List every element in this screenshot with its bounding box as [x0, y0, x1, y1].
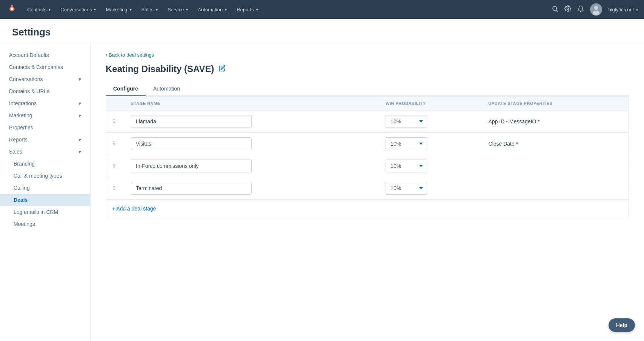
stage-property-visitas: Close Date *: [489, 141, 518, 147]
settings-title: Settings: [12, 26, 632, 38]
nav-items: Contacts ▾ Conversations ▾ Marketing ▾ S…: [23, 0, 550, 19]
table-row: ⠿ 10%20%30%: [106, 155, 629, 177]
nav-service[interactable]: Service ▾: [163, 0, 192, 19]
update-prop-cell-visitas: Close Date *: [483, 133, 629, 155]
tab-configure[interactable]: Configure: [106, 82, 146, 96]
drag-handle-icon[interactable]: ⠿: [112, 163, 119, 169]
svg-point-8: [594, 6, 598, 10]
drag-handle-cell: ⠿: [106, 177, 125, 200]
tab-automation[interactable]: Automation: [146, 82, 188, 96]
col-win-probability: WIN PROBABILITY: [380, 97, 482, 111]
chevron-down-icon: ▾: [225, 8, 227, 12]
stage-name-cell-llamada: [125, 111, 380, 133]
col-stage-name: [106, 97, 125, 111]
table-row: ⠿ 10%20%30%40%50% Close Date *: [106, 133, 629, 155]
svg-line-5: [556, 10, 558, 11]
sidebar-item-properties[interactable]: Properties: [0, 121, 90, 134]
drag-handle-cell: ⠿: [106, 133, 125, 155]
chevron-left-icon: ‹: [106, 52, 107, 58]
win-prob-select-inforce[interactable]: 10%20%30%: [386, 160, 427, 172]
col-update-stage-properties: UPDATE STAGE PROPERTIES: [483, 97, 629, 111]
sidebar-item-account-defaults[interactable]: Account Defaults: [0, 49, 90, 61]
chevron-down-icon: ▾: [78, 100, 81, 106]
stage-name-input-inforce[interactable]: [131, 160, 252, 172]
svg-point-1: [11, 8, 13, 10]
chevron-down-icon: ▾: [156, 8, 158, 12]
sidebar-item-calling[interactable]: Calling: [0, 182, 90, 194]
avatar[interactable]: [590, 3, 602, 15]
nav-marketing[interactable]: Marketing ▾: [101, 0, 136, 19]
svg-rect-2: [9, 9, 11, 9]
content-area: ‹ Back to deal settings Keating Disabili…: [91, 43, 644, 341]
sidebar-item-marketing[interactable]: Marketing ▾: [0, 109, 90, 121]
chevron-down-icon: ▾: [186, 8, 188, 12]
stage-name-cell-inforce: [125, 155, 380, 177]
stage-name-input-terminated[interactable]: [131, 182, 252, 195]
stage-property-llamada: App ID - MessageIO *: [489, 118, 540, 124]
nav-contacts[interactable]: Contacts ▾: [23, 0, 55, 19]
edit-icon[interactable]: [219, 65, 226, 73]
table-body: ⠿ 10%20%30%40%50%60%70%80%90%100% App ID…: [106, 111, 629, 200]
sidebar-item-conversations[interactable]: Conversations ▾: [0, 73, 90, 85]
win-prob-cell-terminated: 10%20%30%: [380, 177, 482, 200]
gear-icon[interactable]: [564, 5, 571, 14]
sidebar-item-log-emails[interactable]: Log emails in CRM: [0, 206, 90, 218]
drag-handle-cell: ⠿: [106, 111, 125, 133]
chevron-down-icon: ▾: [49, 8, 51, 12]
update-prop-cell-inforce: [483, 155, 629, 177]
chevron-down-icon: ▾: [78, 112, 81, 118]
win-prob-select-llamada[interactable]: 10%20%30%40%50%60%70%80%90%100%: [386, 115, 427, 128]
sidebar-item-reports[interactable]: Reports ▾: [0, 134, 90, 146]
table-row: ⠿ 10%20%30%: [106, 177, 629, 200]
sidebar-item-contacts-companies[interactable]: Contacts & Companies: [0, 61, 90, 73]
drag-handle-icon[interactable]: ⠿: [112, 118, 119, 124]
chevron-down-icon: ▾: [636, 8, 638, 12]
stage-name-input-visitas[interactable]: [131, 137, 252, 150]
drag-handle-icon[interactable]: ⠿: [112, 185, 119, 191]
chevron-down-icon: ▾: [130, 8, 132, 12]
bell-icon[interactable]: [577, 5, 584, 14]
nav-conversations[interactable]: Conversations ▾: [56, 0, 100, 19]
nav-sales[interactable]: Sales ▾: [137, 0, 163, 19]
search-icon[interactable]: [552, 5, 558, 14]
stage-name-cell-terminated: [125, 177, 380, 200]
drag-handle-icon[interactable]: ⠿: [112, 141, 119, 147]
sidebar-item-sales[interactable]: Sales ▾: [0, 146, 90, 158]
nav-right: biglytics.net ▾: [552, 3, 638, 15]
top-nav: Contacts ▾ Conversations ▾ Marketing ▾ S…: [0, 0, 644, 19]
stage-name-cell-visitas: [125, 133, 380, 155]
nav-automation[interactable]: Automation ▾: [193, 0, 231, 19]
sidebar-item-domains-urls[interactable]: Domains & URLs: [0, 85, 90, 97]
sidebar-item-integrations[interactable]: Integrations ▾: [0, 97, 90, 109]
chevron-down-icon: ▾: [256, 8, 258, 12]
svg-point-4: [553, 6, 557, 11]
svg-point-6: [567, 8, 569, 10]
col-stage-name-label: STAGE NAME: [125, 97, 380, 111]
sidebar: Account Defaults Contacts & Companies Co…: [0, 43, 91, 341]
add-stage-row: + Add a deal stage: [106, 200, 629, 218]
settings-header: Settings: [0, 19, 644, 43]
win-prob-cell-visitas: 10%20%30%40%50%: [380, 133, 482, 155]
page-title-row: Keating Disability (SAVE): [106, 64, 629, 74]
sidebar-item-branding[interactable]: Branding: [0, 158, 90, 170]
svg-rect-3: [13, 9, 15, 9]
chevron-down-icon: ▾: [78, 137, 81, 143]
help-button[interactable]: Help: [609, 318, 635, 332]
table-row: ⠿ 10%20%30%40%50%60%70%80%90%100% App ID…: [106, 111, 629, 133]
add-stage-button[interactable]: + Add a deal stage: [112, 206, 156, 212]
win-prob-cell-llamada: 10%20%30%40%50%60%70%80%90%100%: [380, 111, 482, 133]
sidebar-item-call-meeting-types[interactable]: Call & meeting types: [0, 170, 90, 182]
win-prob-select-terminated[interactable]: 10%20%30%: [386, 182, 427, 195]
nav-reports[interactable]: Reports ▾: [232, 0, 263, 19]
sidebar-item-meetings[interactable]: Meetings: [0, 218, 90, 230]
back-link[interactable]: ‹ Back to deal settings: [106, 52, 629, 58]
drag-handle-cell: ⠿: [106, 155, 125, 177]
domain-label[interactable]: biglytics.net ▾: [608, 7, 638, 12]
update-prop-cell-terminated: [483, 177, 629, 200]
chevron-down-icon: ▾: [78, 149, 81, 155]
sidebar-item-deals[interactable]: Deals: [0, 194, 90, 206]
hubspot-logo[interactable]: [6, 3, 17, 16]
win-prob-select-visitas[interactable]: 10%20%30%40%50%: [386, 137, 427, 150]
stage-name-input-llamada[interactable]: [131, 115, 252, 128]
update-prop-cell-llamada: App ID - MessageIO *: [483, 111, 629, 133]
